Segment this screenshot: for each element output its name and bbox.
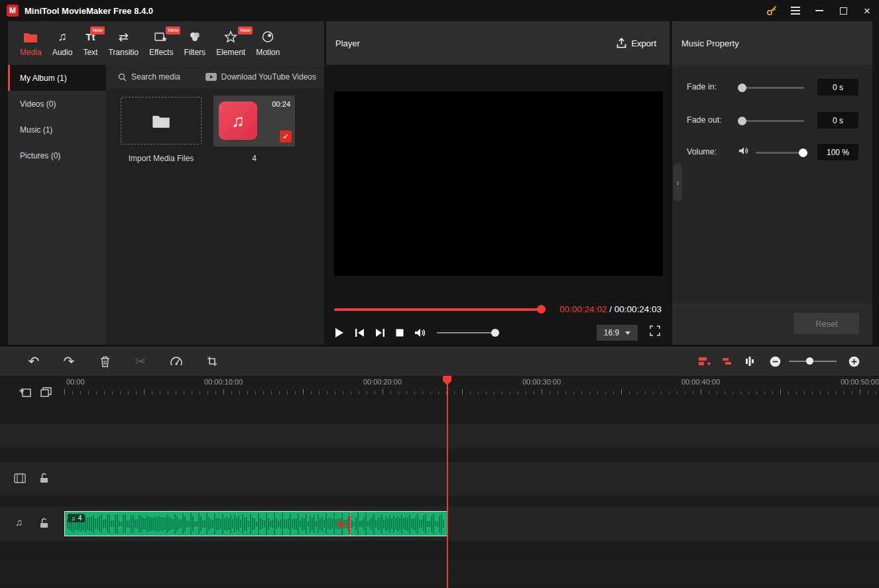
audio-clip[interactable]: ♫ 4 <box>64 511 447 536</box>
timeline-zoom-slider[interactable] <box>789 361 837 362</box>
add-track-button[interactable] <box>19 386 31 398</box>
overlay-track-lane[interactable] <box>0 424 879 448</box>
sidebar-item-music[interactable]: Music (1) <box>8 117 106 143</box>
seek-thumb[interactable] <box>537 305 546 314</box>
ruler-tick <box>589 391 590 394</box>
trim-handle[interactable] <box>335 514 351 535</box>
search-media-button[interactable]: Search media <box>118 72 180 82</box>
extra-track-lane <box>0 561 879 585</box>
ruler-tick <box>430 391 431 394</box>
ruler-tick <box>319 391 320 394</box>
track-list-icon <box>40 387 52 397</box>
track-manage-button[interactable] <box>719 347 736 376</box>
redo-button[interactable]: ↷ <box>60 347 78 376</box>
license-key-button[interactable] <box>760 0 784 21</box>
library-top-bar: Search media Download YouTube Videos <box>106 65 324 89</box>
fade-out-slider[interactable] <box>738 120 804 122</box>
reset-button[interactable]: Reset <box>794 313 859 334</box>
fullscreen-icon <box>650 325 660 336</box>
ruler-tick <box>764 391 765 394</box>
audio-meter-icon <box>745 356 754 367</box>
ruler-tick <box>351 391 351 394</box>
seek-bar[interactable] <box>334 305 545 314</box>
timeline-zoom-thumb[interactable] <box>806 357 813 365</box>
tab-motion[interactable]: Motion <box>251 30 285 57</box>
chevron-right-icon: › <box>676 178 679 188</box>
undo-button[interactable]: ↶ <box>25 347 42 376</box>
ruler-tick <box>422 391 423 394</box>
panel-collapse-handle[interactable]: › <box>674 163 682 202</box>
ruler-tick <box>104 391 105 394</box>
tab-media[interactable]: Media <box>15 30 47 57</box>
fade-out-thumb[interactable] <box>738 117 746 125</box>
fade-in-value: 0 s <box>817 79 858 95</box>
video-track-lane[interactable] <box>0 462 879 496</box>
ruler-tick <box>160 391 160 394</box>
crop-button[interactable] <box>204 347 221 376</box>
volume-row: Volume: 100 % <box>672 143 872 162</box>
ruler-tick <box>414 391 415 394</box>
import-media-dropzone[interactable] <box>121 97 202 145</box>
play-button[interactable] <box>334 327 344 338</box>
tab-effects[interactable]: New Effects <box>144 30 178 57</box>
player-volume-thumb[interactable] <box>491 329 499 337</box>
tab-audio[interactable]: ♫ Audio <box>47 30 78 57</box>
maximize-button[interactable] <box>831 0 855 21</box>
fade-in-thumb[interactable] <box>738 84 746 92</box>
reset-label: Reset <box>815 319 838 329</box>
previous-frame-button[interactable] <box>355 328 365 337</box>
mute-button[interactable] <box>414 328 426 337</box>
ruler-tick <box>120 391 121 394</box>
fade-in-label: Fade in: <box>687 82 717 91</box>
ruler-tick <box>605 391 606 394</box>
minimize-button[interactable] <box>807 0 831 21</box>
clip-label: 4 <box>78 514 82 522</box>
sidebar-item-pictures[interactable]: Pictures (0) <box>8 143 106 168</box>
player-volume-slider[interactable] <box>437 332 498 333</box>
fade-in-slider[interactable] <box>738 87 804 89</box>
tab-filters[interactable]: Filters <box>178 30 211 57</box>
music-volume-slider[interactable] <box>756 152 807 154</box>
music-volume-thumb[interactable] <box>799 148 807 157</box>
export-button[interactable]: Export <box>616 38 656 48</box>
import-media-label: Import Media Files <box>107 154 215 163</box>
ruler-tick <box>390 391 391 394</box>
ruler-tick <box>478 391 479 394</box>
zoom-out-icon <box>770 356 781 367</box>
tab-transition[interactable]: ⇄ Transitio <box>103 30 144 57</box>
track-list-button[interactable] <box>40 387 52 397</box>
ruler-tick <box>868 391 868 394</box>
media-item-card[interactable]: ♫ 00:24 ✓ <box>213 95 295 147</box>
close-button[interactable]: × <box>855 0 879 21</box>
ruler-tick <box>510 391 510 394</box>
titlebar-buttons: × <box>760 0 879 21</box>
motion-icon <box>261 30 274 44</box>
video-track-lock-button[interactable] <box>40 473 48 483</box>
scissors-icon: ✂ <box>135 355 146 368</box>
next-frame-button[interactable] <box>375 328 385 337</box>
aspect-ratio-select[interactable]: 16:9 <box>597 325 638 341</box>
undo-icon: ↶ <box>29 355 40 368</box>
fullscreen-button[interactable] <box>650 325 660 336</box>
music-track-lock-button[interactable] <box>40 518 48 528</box>
ruler-tick <box>732 391 733 394</box>
sidebar-item-videos[interactable]: Videos (0) <box>8 91 106 117</box>
property-footer: Reset <box>672 304 872 345</box>
stop-button[interactable] <box>396 329 404 337</box>
delete-button[interactable] <box>96 347 113 376</box>
speed-button[interactable] <box>168 347 185 376</box>
split-button[interactable]: ✂ <box>132 347 149 376</box>
tab-text[interactable]: Tt New Text <box>78 30 103 57</box>
sidebar-item-my-album[interactable]: My Album (1) <box>8 65 106 91</box>
tab-elements[interactable]: New Element <box>211 30 251 57</box>
zoom-fit-button[interactable] <box>696 347 713 376</box>
ruler-tick <box>295 391 296 394</box>
menu-button[interactable] <box>784 0 807 21</box>
download-youtube-button[interactable]: Download YouTube Videos <box>205 72 316 82</box>
zoom-in-button[interactable] <box>845 347 862 376</box>
ruler-tick <box>693 391 693 394</box>
minimize-icon <box>815 10 823 11</box>
media-item-name: 4 <box>213 154 295 163</box>
audio-meter-button[interactable] <box>741 347 758 376</box>
zoom-out-button[interactable] <box>766 347 784 376</box>
